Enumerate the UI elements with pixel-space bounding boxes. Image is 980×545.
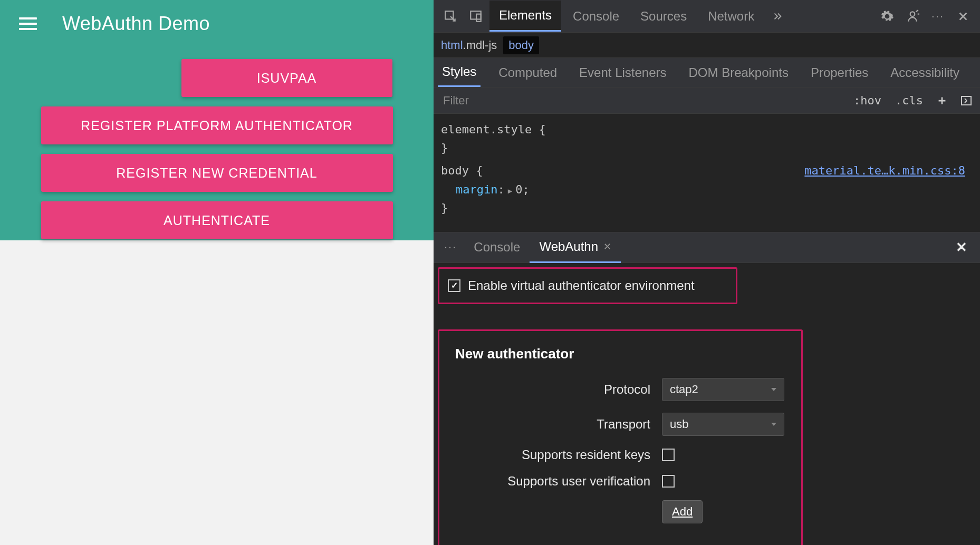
close-webauthn-tab-icon[interactable]: ✕ <box>603 241 611 252</box>
close-brace: } <box>441 141 448 154</box>
styles-filter-bar: :hov .cls <box>434 87 980 114</box>
subtab-accessibility[interactable]: Accessibility <box>886 59 964 86</box>
new-style-rule-icon[interactable] <box>934 92 950 109</box>
body-selector: body { <box>441 164 483 177</box>
devtools-top-bar: Elements Console Sources Network ··· <box>434 0 980 33</box>
resident-keys-row: Supports resident keys <box>455 447 785 462</box>
app-header: WebAuthn Demo ISUVPAA REGISTER PLATFORM … <box>0 0 434 240</box>
style-source-link[interactable]: material.te…k.min.css:8 <box>804 161 965 180</box>
subtab-dom-breakpoints[interactable]: DOM Breakpoints <box>685 59 793 86</box>
drawer-tabs: ··· Console WebAuthn ✕ ✕ <box>434 232 980 263</box>
protocol-row: Protocol ctap2 <box>455 378 785 401</box>
devtools-drawer: ··· Console WebAuthn ✕ ✕ Enable virtual … <box>434 232 980 545</box>
feedback-icon[interactable] <box>904 8 921 25</box>
svg-point-3 <box>910 12 915 16</box>
settings-gear-icon[interactable] <box>879 8 896 25</box>
protocol-select-value: ctap2 <box>670 383 698 396</box>
subtab-event-listeners[interactable]: Event Listeners <box>575 59 670 86</box>
close-drawer-icon[interactable]: ✕ <box>946 239 977 256</box>
styles-body: element.style { } material.te…k.min.css:… <box>434 114 980 232</box>
dom-breadcrumb: html.mdl-js body <box>434 33 980 58</box>
resident-keys-label: Supports resident keys <box>455 447 650 462</box>
element-style-selector: element.style { <box>441 123 546 136</box>
add-authenticator-button[interactable]: Add <box>662 500 703 523</box>
tab-elements[interactable]: Elements <box>489 1 561 32</box>
device-toolbar-icon[interactable] <box>467 8 484 25</box>
transport-row: Transport usb <box>455 413 785 436</box>
enable-virtual-authenticator-label: Enable virtual authenticator environment <box>468 278 695 293</box>
drawer-tab-console[interactable]: Console <box>464 232 530 262</box>
expand-triangle-icon[interactable]: ▶ <box>508 185 512 197</box>
more-options-icon[interactable]: ··· <box>929 8 946 25</box>
new-authenticator-panel: New authenticator Protocol ctap2 Transpo… <box>438 329 803 545</box>
isuvpaa-button[interactable]: ISUVPAA <box>181 59 392 97</box>
user-verification-label: Supports user verification <box>455 474 650 489</box>
close-devtools-icon[interactable] <box>955 8 972 25</box>
devtools-pane: Elements Console Sources Network ··· htm… <box>434 0 980 545</box>
margin-property: margin <box>456 183 497 196</box>
protocol-label: Protocol <box>455 382 650 397</box>
authenticate-button[interactable]: AUTHENTICATE <box>41 201 393 239</box>
toggle-sidebar-icon[interactable] <box>958 92 975 109</box>
breadcrumb-body[interactable]: body <box>503 36 539 54</box>
styles-filter-input[interactable] <box>439 90 843 112</box>
transport-select-value: usb <box>670 417 688 431</box>
breadcrumb-html-class: .mdl-js <box>463 38 497 52</box>
register-platform-authenticator-button[interactable]: REGISTER PLATFORM AUTHENTICATOR <box>41 106 393 144</box>
styles-subtabs: Styles Computed Event Listeners DOM Brea… <box>434 58 980 87</box>
hamburger-menu-icon[interactable] <box>19 17 37 30</box>
margin-value: 0 <box>515 183 522 196</box>
drawer-tab-webauthn[interactable]: WebAuthn ✕ <box>530 232 621 263</box>
subtab-styles[interactable]: Styles <box>438 58 481 87</box>
body-style-block[interactable]: material.te…k.min.css:8 body { margin:▶0… <box>434 159 980 219</box>
drawer-more-icon[interactable]: ··· <box>437 240 464 254</box>
more-tabs-chevron-icon[interactable] <box>769 8 786 25</box>
tab-sources[interactable]: Sources <box>631 2 696 31</box>
user-verification-checkbox[interactable] <box>662 475 675 488</box>
tab-console[interactable]: Console <box>563 2 629 31</box>
tab-network[interactable]: Network <box>698 2 764 31</box>
enable-virtual-authenticator-checkbox[interactable] <box>448 279 460 292</box>
resident-keys-checkbox[interactable] <box>662 449 675 461</box>
drawer-tab-webauthn-label: WebAuthn <box>539 239 598 254</box>
subtab-computed[interactable]: Computed <box>494 59 561 86</box>
svg-rect-2 <box>476 14 481 21</box>
transport-label: Transport <box>455 417 650 432</box>
cls-toggle[interactable]: .cls <box>892 92 926 109</box>
add-button-row: Add <box>455 500 785 523</box>
transport-select[interactable]: usb <box>662 413 784 436</box>
app-title-bar: WebAuthn Demo <box>0 0 434 42</box>
app-buttons: ISUVPAA REGISTER PLATFORM AUTHENTICATOR … <box>0 59 434 239</box>
user-verification-row: Supports user verification <box>455 474 785 489</box>
element-style-block[interactable]: element.style { } <box>434 118 980 159</box>
close-brace: } <box>441 201 448 215</box>
app-pane: WebAuthn Demo ISUVPAA REGISTER PLATFORM … <box>0 0 434 545</box>
subtab-properties[interactable]: Properties <box>806 59 872 86</box>
enable-virtual-authenticator-row: Enable virtual authenticator environment <box>438 267 737 304</box>
inspect-element-icon[interactable] <box>442 8 459 25</box>
breadcrumb-html[interactable]: html.mdl-js <box>441 38 497 52</box>
app-title: WebAuthn Demo <box>62 13 210 35</box>
breadcrumb-html-tag: html <box>441 38 463 52</box>
new-authenticator-title: New authenticator <box>455 346 785 362</box>
drawer-body: Enable virtual authenticator environment… <box>434 263 980 545</box>
hov-toggle[interactable]: :hov <box>850 92 885 109</box>
protocol-select[interactable]: ctap2 <box>662 378 784 401</box>
register-new-credential-button[interactable]: REGISTER NEW CREDENTIAL <box>41 154 393 192</box>
